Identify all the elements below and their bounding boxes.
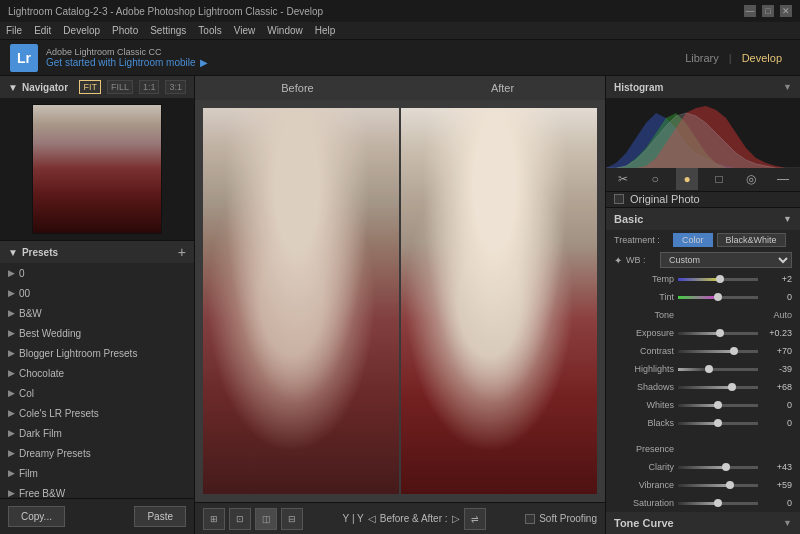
auto-btn[interactable]: Auto [773,310,792,320]
nav-fill-btn[interactable]: FILL [107,80,133,94]
window-controls[interactable]: — □ ✕ [744,5,792,17]
blacks-slider[interactable] [678,422,758,425]
preset-item[interactable]: ▶Dark Film [0,423,194,443]
presets-collapse-icon: ▼ [8,247,18,258]
left-panel-bottom: Copy... Paste [0,498,194,534]
nav-3to1-btn[interactable]: 3:1 [165,80,186,94]
basic-collapse-icon[interactable]: ▼ [783,214,792,224]
close-button[interactable]: ✕ [780,5,792,17]
vibrance-label: Vibrance [614,480,674,490]
navigator-header[interactable]: ▼ Navigator FIT FILL 1:1 3:1 [0,76,194,98]
soft-proofing-label: Soft Proofing [539,513,597,524]
copy-button[interactable]: Copy... [8,506,65,527]
histogram-collapse-icon[interactable]: ▼ [783,82,792,92]
menu-develop[interactable]: Develop [63,25,100,36]
nav-fit-btn[interactable]: FIT [79,80,101,94]
before-photo [203,108,399,494]
wb-select[interactable]: Custom As Shot Auto Daylight Cloudy Shad… [660,252,792,268]
module-library[interactable]: Library [677,50,727,66]
menu-view[interactable]: View [234,25,256,36]
compare-view-icon[interactable]: ◫ [255,508,277,530]
preset-arrow-icon: ▶ [8,268,15,278]
radial-filter-tool[interactable]: ◎ [740,168,762,190]
tone-curve-collapse-icon[interactable]: ▼ [783,518,792,528]
tone-label: Tone [614,310,674,320]
temp-slider[interactable] [678,278,758,281]
preset-item[interactable]: ▶Blogger Lightroom Presets [0,343,194,363]
tint-label: Tint [614,292,674,302]
presets-section: ▼ Presets + ▶0▶00▶B&W▶Best Wedding▶Blogg… [0,241,194,498]
preset-item[interactable]: ▶B&W [0,303,194,323]
menu-window[interactable]: Window [267,25,303,36]
shadows-label: Shadows [614,382,674,392]
preset-item[interactable]: ▶Chocolate [0,363,194,383]
adjustment-brush-tool[interactable]: — [772,168,794,190]
whites-label: Whites [614,400,674,410]
menu-settings[interactable]: Settings [150,25,186,36]
exposure-label: Exposure [614,328,674,338]
before-after-labels: Before After [195,76,605,100]
images-container [195,100,605,502]
highlights-label: Highlights [614,364,674,374]
yx-toggle[interactable]: Y | Y [343,513,364,524]
preset-item[interactable]: ▶Free B&W [0,483,194,498]
whites-slider[interactable] [678,404,758,407]
spot-removal-tool[interactable]: ○ [644,168,666,190]
tone-curve-header[interactable]: Tone Curve ▼ [606,512,800,534]
highlights-slider[interactable] [678,368,758,371]
blacks-row: Blacks 0 [606,414,800,432]
saturation-slider[interactable] [678,502,758,505]
menu-help[interactable]: Help [315,25,336,36]
grid-view-icon[interactable]: ⊞ [203,508,225,530]
preset-item[interactable]: ▶Best Wedding [0,323,194,343]
maximize-button[interactable]: □ [762,5,774,17]
soft-proofing-checkbox[interactable] [525,514,535,524]
menu-edit[interactable]: Edit [34,25,51,36]
menu-tools[interactable]: Tools [198,25,221,36]
minimize-button[interactable]: — [744,5,756,17]
survey-view-icon[interactable]: ⊟ [281,508,303,530]
menu-photo[interactable]: Photo [112,25,138,36]
menu-file[interactable]: File [6,25,22,36]
contrast-slider[interactable] [678,350,758,353]
tint-slider[interactable] [678,296,758,299]
lr-icon: Lr [10,44,38,72]
temp-row: Temp +2 [606,270,800,288]
histogram-header[interactable]: Histogram ▼ [606,76,800,98]
presets-header[interactable]: ▼ Presets + [0,241,194,263]
red-eye-tool[interactable]: ● [676,168,698,190]
clarity-slider[interactable] [678,466,758,469]
before-after-control[interactable]: ◁ Before & After : ▷ [368,513,460,524]
preset-item[interactable]: ▶Film [0,463,194,483]
nav-1to1-btn[interactable]: 1:1 [139,80,160,94]
before-image-panel [203,108,399,494]
preset-item[interactable]: ▶00 [0,283,194,303]
toolbar-left: ⊞ ⊡ ◫ ⊟ [203,508,303,530]
preset-item[interactable]: ▶Cole's LR Presets [0,403,194,423]
color-btn[interactable]: Color [673,233,713,247]
wb-eyedropper[interactable]: ✦ [614,255,622,266]
saturation-value: 0 [762,498,792,508]
paste-button[interactable]: Paste [134,506,186,527]
bw-btn[interactable]: Black&White [717,233,786,247]
vibrance-slider[interactable] [678,484,758,487]
preset-item[interactable]: ▶0 [0,263,194,283]
saturation-row: Saturation 0 [606,494,800,512]
after-image-panel [401,108,597,494]
presets-add-btn[interactable]: + [178,244,186,260]
graduated-filter-tool[interactable]: □ [708,168,730,190]
histogram-svg [606,98,800,168]
swap-icon[interactable]: ⇌ [464,508,486,530]
original-photo-checkbox[interactable] [614,194,624,204]
preset-item[interactable]: ▶Col [0,383,194,403]
preset-arrow-icon: ▶ [8,428,15,438]
module-develop[interactable]: Develop [734,50,790,66]
preset-item[interactable]: ▶Dreamy Presets [0,443,194,463]
shadows-slider[interactable] [678,386,758,389]
basic-header[interactable]: Basic ▼ [606,208,800,230]
tagline-icon[interactable]: ▶ [200,57,208,68]
after-label-text: After [491,82,514,94]
crop-tool[interactable]: ✂ [612,168,634,190]
loupe-view-icon[interactable]: ⊡ [229,508,251,530]
exposure-slider[interactable] [678,332,758,335]
